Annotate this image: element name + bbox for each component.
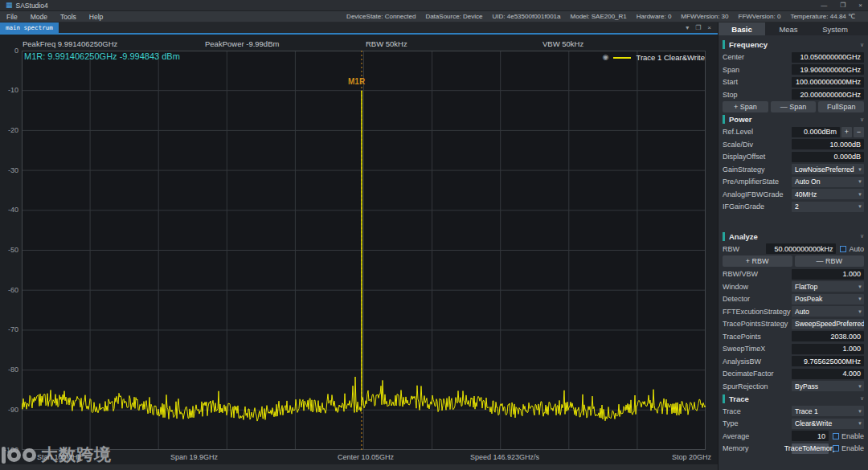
status-uid: UID: 4e53500f001f001a (493, 13, 561, 20)
ifgain-grade-label: IFGainGrade (723, 202, 792, 210)
section-accent (723, 232, 725, 241)
rbw-plus-button[interactable]: + RBW (723, 255, 792, 267)
sweep-timex-label: SweepTimeX (723, 345, 792, 353)
average-input[interactable]: 10 (792, 431, 829, 441)
row-trace-points-strategy: TracePointsStrategy SweepSpeedPreferred … (723, 318, 864, 329)
start-input[interactable]: 100.000000000MHz (792, 77, 864, 88)
section-trace[interactable]: Trace ∨ (723, 394, 864, 404)
axis-span-label: Span 19.9GHz (170, 453, 218, 461)
section-frequency[interactable]: Frequency ∨ (723, 39, 864, 50)
legend-label: Trace 1 Clear&Write (636, 53, 705, 62)
scale-div-input[interactable]: 10.000dB (792, 139, 864, 149)
analysis-bw-input[interactable]: 9.765625000MHz (792, 356, 864, 366)
section-accent (723, 40, 725, 49)
close-icon[interactable]: × (858, 2, 862, 9)
y-axis-tick: -50 (0, 246, 18, 254)
settings-tab-bar: Basic Meas System (719, 22, 868, 35)
trace-to-memory-button[interactable]: TraceToMemory (792, 443, 829, 454)
row-memory: Memory TraceToMemory Enable (723, 443, 864, 454)
gain-strategy-select[interactable]: LowNoisePreferred ▼ (792, 164, 864, 174)
menu-help[interactable]: Help (89, 13, 103, 21)
marker-flag[interactable]: M1R (348, 77, 365, 86)
stop-input[interactable]: 20.000000000GHz (792, 89, 864, 100)
rbw-minus-button[interactable]: — RBW (795, 255, 865, 267)
center-input[interactable]: 10.050000000GHz (792, 52, 864, 63)
sweep-timex-input[interactable]: 1.000 (792, 344, 864, 354)
preamplifier-state-select[interactable]: Auto On ▼ (792, 177, 864, 187)
analogifbw-grade-value: 40MHz (795, 190, 817, 198)
trace-points-label: TracePoints (723, 333, 792, 341)
memory-enable-checkbox[interactable] (833, 445, 839, 452)
row-fft-excution-strategy: FFTExcutionStrategy Auto ▼ (723, 306, 864, 317)
window-select[interactable]: FlatTop ▼ (792, 281, 864, 292)
average-enable-checkbox[interactable] (833, 433, 839, 439)
display-offset-input[interactable]: 0.000dB (792, 152, 864, 162)
row-sweep-timex: SweepTimeX 1.000 (723, 343, 864, 354)
tab-meas[interactable]: Meas (765, 22, 812, 35)
tab-basic[interactable]: Basic (719, 22, 765, 35)
fft-excution-strategy-select[interactable]: Auto ▼ (792, 306, 864, 317)
section-power[interactable]: Power ∨ (723, 114, 864, 125)
section-analyze[interactable]: Analyze ∨ (723, 231, 864, 242)
rbw-auto-checkbox[interactable] (840, 246, 846, 252)
watermark-circle-icon (7, 448, 21, 462)
trace-select[interactable]: Trace 1 ▼ (792, 406, 864, 416)
span-minus-button[interactable]: — Span (771, 101, 817, 112)
chevron-down-icon: ▼ (856, 204, 862, 209)
row-scale-div: Scale/Div 10.000dB (723, 139, 864, 150)
chevron-down-icon: ▼ (856, 309, 862, 314)
rbw-vbw-label: RBW/VBW (723, 270, 792, 278)
trace-points-input[interactable]: 2038.000 (792, 331, 864, 341)
span-plus-button[interactable]: + Span (723, 101, 768, 112)
scale-div-label: Scale/Div (723, 141, 792, 149)
rbw-readout: RBW 50kHz (366, 39, 407, 48)
device-status-bar: DeviceState: Connected DataSource: Devic… (346, 13, 862, 20)
spectrum-trace-svg (22, 51, 706, 450)
marker-readout: M1R: 9.991406250GHz -9.994843 dBm (24, 51, 180, 61)
watermark-text: 大数跨境 (41, 443, 112, 466)
menu-file[interactable]: File (6, 13, 18, 21)
rbw-input[interactable]: 50.000000000kHz (766, 243, 836, 254)
peak-freq-readout: PeakFreq 9.991406250GHz (23, 39, 117, 48)
decimate-factor-input[interactable]: 4.000 (792, 369, 864, 379)
type-select[interactable]: Clear&Write ▼ (792, 419, 864, 429)
trace-legend[interactable]: ◉ Trace 1 Clear&Write (603, 53, 705, 62)
tab-system[interactable]: System (812, 22, 858, 35)
section-frequency-title: Frequency (729, 40, 768, 49)
gain-strategy-label: GainStrategy (723, 166, 792, 174)
chevron-down-icon[interactable]: ∨ (860, 116, 864, 123)
menu-tools[interactable]: Tools (60, 13, 76, 21)
row-display-offset: DisplayOffset 0.000dB (723, 151, 864, 162)
chevron-down-icon: ▼ (856, 409, 862, 414)
chevron-down-icon: ▼ (856, 421, 862, 426)
minimize-icon[interactable]: — (821, 2, 827, 9)
close-tab-icon[interactable]: × (707, 24, 711, 31)
plot-canvas[interactable] (22, 51, 706, 450)
type-value: Clear&Write (795, 419, 832, 427)
ref-level-increase-button[interactable]: + (841, 127, 852, 137)
collapse-icon[interactable]: ▾ (686, 24, 689, 31)
spur-rejection-select[interactable]: ByPass ▼ (792, 381, 864, 391)
full-span-button[interactable]: FullSpan (818, 101, 864, 112)
maximize-icon[interactable]: ❐ (840, 2, 845, 9)
row-rbw: RBW 50.000000000kHz Auto (723, 243, 864, 255)
float-window-icon[interactable]: ❐ (695, 24, 701, 31)
menu-mode[interactable]: Mode (31, 13, 47, 21)
tab-main-spectrum[interactable]: main spectrum (0, 22, 59, 33)
detector-select[interactable]: PosPeak ▼ (792, 294, 864, 304)
trace-points-strategy-select[interactable]: SweepSpeedPreferred ▼ (792, 319, 864, 329)
row-ifgain-grade: IFGainGrade 2 ▼ (723, 201, 864, 212)
rbw-vbw-input[interactable]: 1.000 (792, 269, 864, 280)
chevron-down-icon[interactable]: ∨ (860, 395, 864, 402)
rbw-auto-label: Auto (849, 245, 864, 253)
ifgain-grade-select[interactable]: 2 ▼ (792, 202, 864, 212)
chevron-down-icon[interactable]: ∨ (860, 233, 864, 239)
row-window: Window FlatTop ▼ (723, 281, 864, 292)
row-trace-type: Type Clear&Write ▼ (723, 418, 864, 429)
analogifbw-grade-select[interactable]: 40MHz ▼ (792, 189, 864, 199)
chevron-down-icon: ▼ (856, 192, 862, 197)
ref-level-input[interactable]: 0.000dBm (792, 127, 840, 137)
span-input[interactable]: 19.900000000GHz (792, 64, 864, 75)
ref-level-decrease-button[interactable]: − (854, 127, 864, 137)
chevron-down-icon[interactable]: ∨ (860, 42, 864, 48)
